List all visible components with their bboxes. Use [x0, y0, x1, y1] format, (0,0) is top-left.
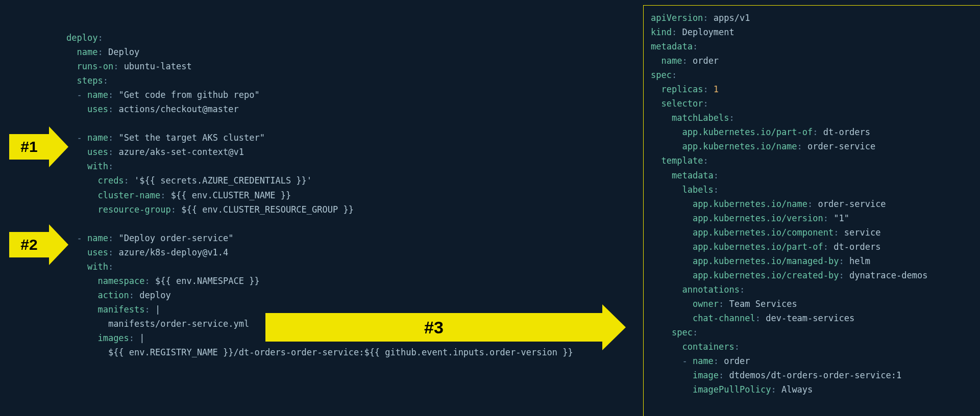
code-line: deploy:	[66, 31, 573, 45]
code-line: - name: "Get code from github repo"	[66, 88, 573, 102]
k8s-manifest-code-block: apiVersion: apps/v1kind: Deploymentmetad…	[643, 5, 980, 416]
code-line: with:	[66, 159, 573, 173]
code-line: spec:	[651, 68, 980, 82]
arrow-head-icon	[49, 126, 68, 167]
arrow-head-icon	[602, 304, 626, 350]
code-line: with:	[66, 259, 573, 274]
code-line	[66, 116, 573, 131]
code-line: template:	[651, 153, 980, 168]
callout-arrow-3: #3	[265, 304, 626, 350]
callout-label: #2	[9, 232, 49, 257]
code-line: annotations:	[651, 282, 980, 297]
callout-arrow-1: #1	[9, 126, 68, 167]
code-line: uses: azure/k8s-deploy@v1.4	[66, 245, 573, 259]
code-line: name: order	[651, 54, 980, 68]
code-line: owner: Team Services	[651, 297, 980, 311]
code-line: metadata:	[651, 39, 980, 54]
code-line: app.kubernetes.io/part-of: dt-orders	[651, 240, 980, 254]
callout-arrow-2: #2	[9, 224, 68, 265]
code-line: cluster-name: ${{ env.CLUSTER_NAME }}	[66, 188, 573, 202]
code-line: kind: Deployment	[651, 25, 980, 39]
code-line: - name: order	[651, 354, 980, 368]
code-line: app.kubernetes.io/component: service	[651, 225, 980, 240]
code-line: - name: "Set the target AKS cluster"	[66, 131, 573, 145]
callout-label: #3	[265, 313, 602, 342]
code-line: uses: azure/aks-set-context@v1	[66, 145, 573, 159]
code-line: image: dtdemos/dt-orders-order-service:1	[651, 368, 980, 382]
code-line: metadata:	[651, 168, 980, 183]
code-line	[66, 217, 573, 231]
code-line: name: Deploy	[66, 45, 573, 59]
code-line: uses: actions/checkout@master	[66, 102, 573, 116]
code-line: action: deploy	[66, 288, 573, 302]
code-line: imagePullPolicy: Always	[651, 382, 980, 397]
code-line: containers:	[651, 340, 980, 354]
code-line: app.kubernetes.io/part-of: dt-orders	[651, 125, 980, 139]
code-line: chat-channel: dev-team-services	[651, 311, 980, 325]
code-line: creds: '${{ secrets.AZURE_CREDENTIALS }}…	[66, 173, 573, 188]
callout-label: #1	[9, 134, 49, 160]
code-line: labels:	[651, 183, 980, 197]
code-line: - name: "Deploy order-service"	[66, 231, 573, 245]
code-line: app.kubernetes.io/name: order-service	[651, 139, 980, 153]
code-line: app.kubernetes.io/name: order-service	[651, 197, 980, 211]
code-line: app.kubernetes.io/version: "1"	[651, 211, 980, 225]
code-line: namespace: ${{ env.NAMESPACE }}	[66, 274, 573, 288]
code-line: replicas: 1	[651, 82, 980, 96]
code-line: selector:	[651, 96, 980, 111]
code-line: matchLabels:	[651, 111, 980, 125]
code-line: app.kubernetes.io/managed-by: helm	[651, 254, 980, 268]
code-line: runs-on: ubuntu-latest	[66, 59, 573, 73]
code-line: steps:	[66, 73, 573, 88]
code-line: app.kubernetes.io/created-by: dynatrace-…	[651, 268, 980, 282]
arrow-head-icon	[49, 224, 68, 265]
code-line: apiVersion: apps/v1	[651, 11, 980, 25]
code-line: resource-group: ${{ env.CLUSTER_RESOURCE…	[66, 202, 573, 217]
code-line: spec:	[651, 325, 980, 340]
